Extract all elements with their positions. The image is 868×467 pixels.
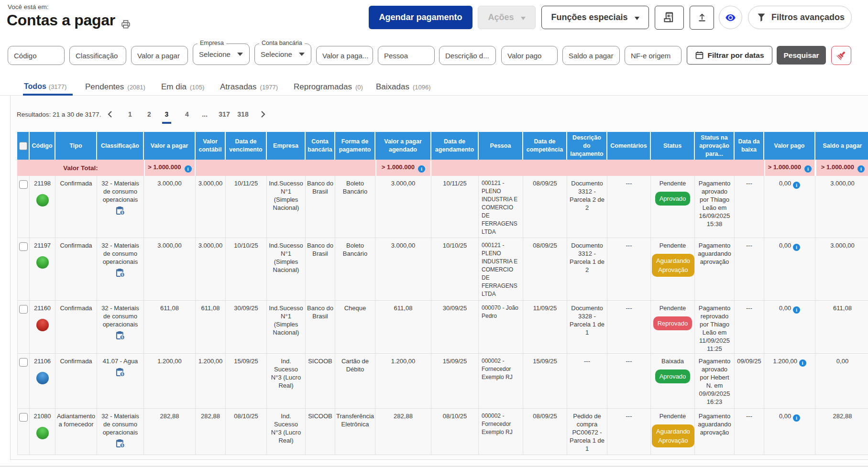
svg-text:$: $: [121, 372, 123, 376]
svg-text:$: $: [121, 336, 123, 339]
svg-text:$: $: [121, 273, 123, 277]
svg-text:$: $: [121, 444, 123, 447]
svg-text:$: $: [121, 211, 123, 215]
